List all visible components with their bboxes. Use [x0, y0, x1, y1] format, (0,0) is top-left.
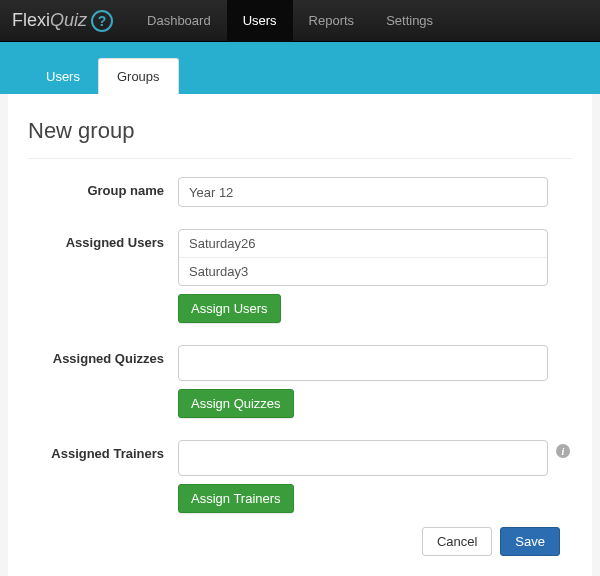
list-item[interactable]: Saturday3 [179, 258, 547, 285]
label-assigned-users: Assigned Users [28, 229, 178, 250]
logo-text-1: Flexi [12, 10, 50, 31]
row-group-name: Group name [28, 177, 572, 207]
label-assigned-quizzes: Assigned Quizzes [28, 345, 178, 366]
listbox-assigned-trainers[interactable] [178, 440, 548, 476]
footer-buttons: Cancel Save [422, 527, 560, 556]
question-circle-icon [91, 10, 113, 32]
label-assigned-trainers: Assigned Trainers [28, 440, 178, 461]
list-item[interactable]: Saturday26 [179, 230, 547, 258]
logo[interactable]: FlexiQuiz [12, 10, 113, 32]
content-panel: New group Group name Assigned Users Satu… [8, 94, 592, 576]
row-assigned-quizzes: Assigned Quizzes Assign Quizzes [28, 345, 572, 418]
nav-settings[interactable]: Settings [370, 0, 449, 42]
assign-trainers-button[interactable]: Assign Trainers [178, 484, 294, 513]
assign-quizzes-button[interactable]: Assign Quizzes [178, 389, 294, 418]
save-button[interactable]: Save [500, 527, 560, 556]
row-assigned-users: Assigned Users Saturday26 Saturday3 Assi… [28, 229, 572, 323]
divider [28, 158, 572, 159]
nav-users[interactable]: Users [227, 0, 293, 42]
nav-reports[interactable]: Reports [293, 0, 371, 42]
nav-dashboard[interactable]: Dashboard [131, 0, 227, 42]
page-title: New group [28, 118, 572, 144]
logo-text-2: Quiz [50, 10, 87, 31]
top-navbar: FlexiQuiz Dashboard Users Reports Settin… [0, 0, 600, 42]
row-assigned-trainers: Assigned Trainers i Assign Trainers [28, 440, 572, 513]
info-icon[interactable]: i [556, 444, 570, 458]
sub-navbar: Users Groups [0, 42, 600, 94]
cancel-button[interactable]: Cancel [422, 527, 492, 556]
tab-groups[interactable]: Groups [98, 58, 179, 94]
tab-users[interactable]: Users [28, 59, 98, 94]
input-group-name[interactable] [178, 177, 548, 207]
label-group-name: Group name [28, 177, 178, 198]
listbox-assigned-users[interactable]: Saturday26 Saturday3 [178, 229, 548, 286]
assign-users-button[interactable]: Assign Users [178, 294, 281, 323]
listbox-assigned-quizzes[interactable] [178, 345, 548, 381]
